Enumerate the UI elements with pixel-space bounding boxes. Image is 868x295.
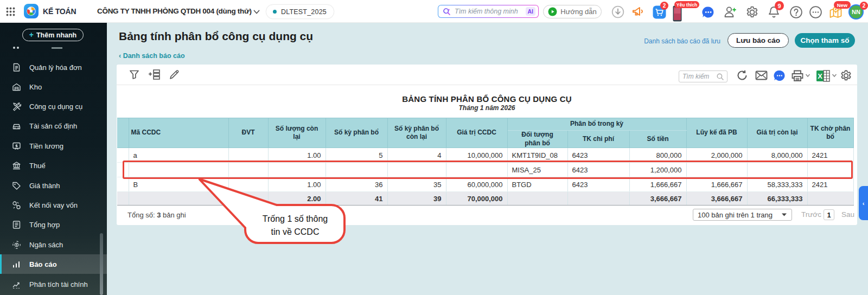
svg-text:tin về CCDC: tin về CCDC	[271, 227, 320, 236]
svg-text:Trống 1 số thông: Trống 1 số thông	[263, 214, 328, 223]
svg-text:X: X	[818, 72, 822, 80]
